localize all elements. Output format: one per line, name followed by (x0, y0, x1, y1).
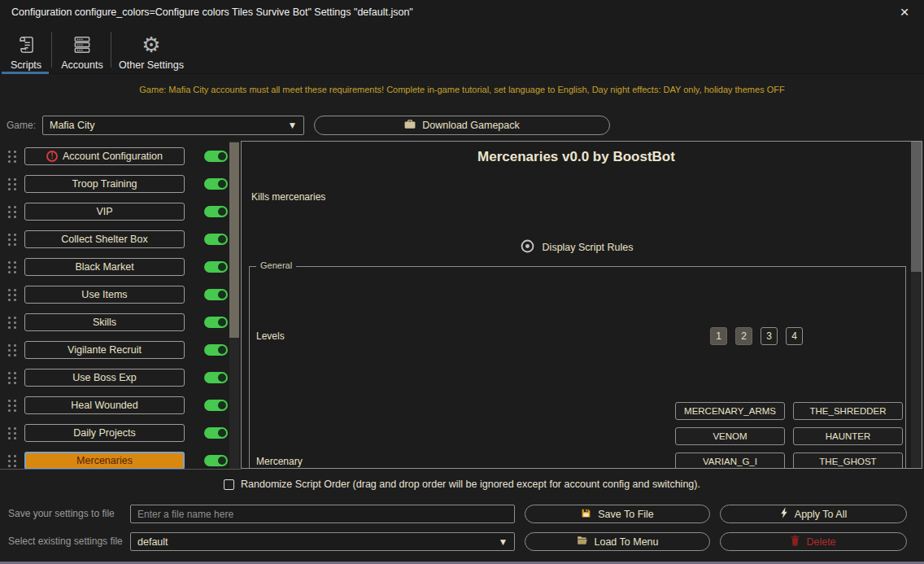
sidebar-bottom-divider (0, 469, 241, 470)
script-row: Use Items (0, 286, 241, 304)
tab-accounts[interactable]: Accounts (55, 28, 109, 71)
randomize-label: Randomize Script Order (drag and drop or… (241, 479, 700, 490)
panel-scrollbar[interactable] (911, 142, 922, 468)
script-toggle[interactable] (204, 234, 228, 245)
script-button-account-configuration[interactable]: ! Account Configuration (24, 147, 185, 165)
script-label: Account Configuration (63, 151, 163, 162)
script-button-use-boss-exp[interactable]: Use Boss Exp (24, 369, 185, 387)
script-button-skills[interactable]: Skills (24, 313, 185, 331)
script-row: Skills (0, 313, 241, 331)
mercenary-button-the-shredder[interactable]: THE_SHREDDER (793, 402, 903, 420)
toggle-knob (218, 401, 226, 409)
script-toggle[interactable] (204, 289, 228, 300)
mercenary-button-venom[interactable]: VENOM (675, 427, 785, 445)
tab-other-settings[interactable]: ⚙ Other Settings (115, 28, 188, 71)
drag-handle-icon[interactable] (8, 455, 16, 467)
script-row: Black Market (0, 258, 241, 276)
lightning-icon (780, 507, 788, 521)
script-toggle[interactable] (204, 427, 228, 439)
script-toggle[interactable] (204, 455, 228, 466)
delete-button[interactable]: Delete (720, 532, 907, 551)
script-row: Heal Wounded (0, 396, 241, 414)
game-dropdown[interactable]: Mafia City ▼ (42, 116, 304, 135)
toggle-knob (218, 374, 226, 382)
script-settings-panel: Mercenaries v0.0 by BoostBot Kills merce… (241, 141, 922, 469)
file-name-input[interactable] (130, 505, 515, 523)
load-to-menu-button[interactable]: Load To Menu (525, 532, 710, 551)
toggle-knob (218, 291, 226, 299)
sidebar-scrollbar-thumb[interactable] (229, 142, 239, 338)
tab-scripts[interactable]: Scripts (3, 28, 49, 71)
script-row: Mercenaries (0, 452, 241, 470)
script-label: Heal Wounded (71, 400, 137, 411)
mercenary-button-mercenary-arms[interactable]: MERCENARY_ARMS (675, 402, 785, 420)
drag-handle-icon[interactable] (8, 289, 16, 301)
download-gamepack-label: Download Gamepack (422, 120, 520, 131)
mercenary-button-haunter[interactable]: HAUNTER (793, 427, 903, 445)
download-gamepack-button[interactable]: Download Gamepack (314, 116, 610, 135)
save-to-file-button[interactable]: Save To File (525, 505, 710, 523)
groupbox-label: General (256, 260, 296, 270)
drag-handle-icon[interactable] (8, 261, 16, 273)
tab-label: Accounts (61, 59, 102, 71)
chevron-down-icon: ▼ (500, 538, 506, 546)
script-toggle[interactable] (204, 400, 228, 411)
script-label: Black Market (75, 261, 133, 273)
drag-handle-icon[interactable] (8, 234, 16, 246)
script-row: Collect Shelter Box (0, 230, 241, 248)
script-button-black-market[interactable]: Black Market (24, 258, 185, 276)
level-button-4[interactable]: 4 (786, 327, 803, 345)
script-button-vigilante-recruit[interactable]: Vigilante Recruit (24, 341, 185, 359)
settings-file-dropdown[interactable]: default ▼ (130, 532, 515, 551)
script-button-vip[interactable]: VIP (24, 203, 185, 221)
script-toggle[interactable] (204, 151, 228, 162)
level-button-2[interactable]: 2 (735, 327, 752, 345)
script-toggle[interactable] (204, 178, 228, 190)
tab-separator (51, 32, 52, 68)
drag-handle-icon[interactable] (8, 151, 16, 163)
drag-handle-icon[interactable] (8, 400, 16, 412)
drag-handle-icon[interactable] (8, 178, 16, 190)
mercenary-button-varian-g-i[interactable]: VARIAN_G_I (675, 453, 785, 469)
alert-icon: ! (46, 151, 58, 162)
game-label: Game: (7, 116, 36, 135)
script-label: VIP (96, 206, 112, 217)
level-button-1[interactable]: 1 (710, 327, 727, 345)
script-button-use-items[interactable]: Use Items (24, 286, 185, 304)
script-toggle[interactable] (204, 261, 228, 273)
script-button-collect-shelter-box[interactable]: Collect Shelter Box (24, 230, 185, 248)
toggle-knob (218, 152, 226, 160)
script-button-mercenaries[interactable]: Mercenaries (24, 452, 185, 470)
drag-handle-icon[interactable] (8, 317, 16, 329)
script-toggle[interactable] (204, 372, 228, 383)
mercenary-button-the-ghost[interactable]: THE_GHOST (793, 453, 903, 469)
panel-scrollbar-thumb[interactable] (911, 142, 922, 272)
display-script-rules-button[interactable]: Display Script Rules (242, 238, 911, 257)
save-settings-label: Save your settings to file (8, 505, 115, 523)
drag-handle-icon[interactable] (8, 344, 16, 356)
tab-label: Scripts (11, 59, 41, 71)
drag-handle-icon[interactable] (8, 372, 16, 384)
script-toggle[interactable] (204, 317, 228, 328)
level-button-3[interactable]: 3 (761, 327, 778, 345)
randomize-row: Randomize Script Order (drag and drop or… (0, 477, 924, 492)
script-button-heal-wounded[interactable]: Heal Wounded (24, 396, 185, 414)
script-toggle[interactable] (204, 344, 228, 356)
script-button-daily-projects[interactable]: Daily Projects (24, 424, 185, 442)
floppy-disk-icon (581, 508, 591, 521)
script-row: Daily Projects (0, 424, 241, 442)
drag-handle-icon[interactable] (8, 206, 16, 218)
drag-handle-icon[interactable] (8, 427, 16, 439)
randomize-checkbox[interactable] (224, 479, 234, 490)
close-icon[interactable]: × (895, 2, 914, 22)
save-to-file-label: Save To File (598, 509, 654, 520)
script-toggle[interactable] (204, 206, 228, 217)
requirements-warning: Game: Mafia City accounts must all meet … (0, 85, 924, 94)
apply-to-all-button[interactable]: Apply To All (720, 505, 907, 523)
sidebar-scrollbar[interactable] (229, 141, 239, 469)
tab-separator (111, 32, 111, 68)
server-stack-icon (72, 33, 93, 57)
script-button-troop-training[interactable]: Troop Training (24, 175, 185, 193)
display-script-rules-label: Display Script Rules (543, 242, 634, 253)
briefcase-icon (404, 119, 416, 132)
